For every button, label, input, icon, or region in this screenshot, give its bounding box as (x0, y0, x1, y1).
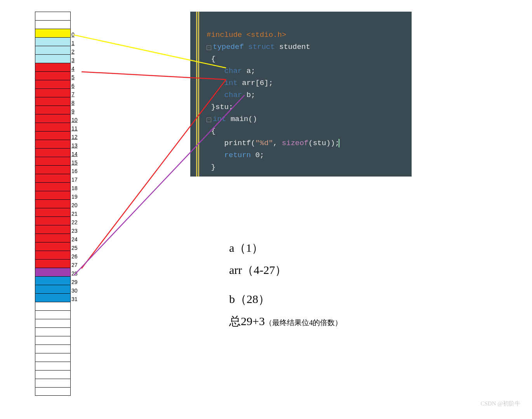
memory-cell (35, 97, 71, 106)
annot-b: b（28） (229, 288, 342, 310)
memory-cell (35, 353, 71, 362)
code-line: printf("%d", sizeof(stu)); (207, 137, 408, 149)
memory-row: 27 (35, 259, 78, 268)
memory-cell (35, 157, 71, 165)
memory-row: 14 (35, 148, 78, 157)
memory-row (35, 319, 78, 327)
memory-row (35, 327, 78, 336)
code-content: #include <stdio.h> -typedef struct stude… (207, 29, 408, 173)
byte-index: 23 (71, 228, 78, 234)
memory-row: 15 (35, 157, 78, 165)
code-line: { (207, 125, 408, 137)
memory-cell (35, 54, 71, 63)
byte-index: 15 (71, 159, 78, 166)
byte-index: 27 (71, 262, 78, 268)
memory-cell (35, 370, 71, 379)
memory-row: 7 (35, 88, 78, 97)
memory-cell (35, 302, 71, 310)
byte-index: 8 (71, 100, 75, 106)
memory-cell (35, 182, 71, 191)
fold-icon[interactable]: - (207, 45, 211, 50)
code-editor: #include <stdio.h> -typedef struct stude… (190, 12, 412, 177)
code-line: char b; (207, 89, 408, 101)
memory-cell (35, 199, 71, 208)
memory-cell (35, 336, 71, 345)
memory-row: 25 (35, 242, 78, 251)
memory-cell (35, 310, 71, 319)
memory-row (35, 302, 78, 310)
memory-row: 28 (35, 268, 78, 276)
memory-cell (35, 293, 71, 302)
memory-cell (35, 114, 71, 123)
memory-row: 8 (35, 97, 78, 106)
memory-cell (35, 225, 71, 234)
memory-row: 1 (35, 37, 78, 46)
memory-row: 22 (35, 216, 78, 225)
code-line: char a; (207, 65, 408, 77)
memory-row (35, 336, 78, 345)
memory-cell (35, 140, 71, 148)
memory-cell (35, 242, 71, 251)
memory-row: 29 (35, 276, 78, 285)
code-line: } (207, 161, 408, 173)
memory-row: 26 (35, 251, 78, 259)
memory-row: 0 (35, 29, 78, 37)
memory-row: 31 (35, 293, 78, 302)
memory-row (35, 379, 78, 387)
memory-row: 18 (35, 182, 78, 191)
memory-cell (35, 12, 71, 20)
memory-row: 11 (35, 123, 78, 131)
memory-row: 17 (35, 174, 78, 182)
byte-index: 25 (71, 245, 78, 251)
memory-cell (35, 285, 71, 293)
byte-index: 18 (71, 185, 78, 191)
memory-cell (35, 234, 71, 242)
memory-cell (35, 29, 71, 37)
memory-cell (35, 37, 71, 46)
memory-cell (35, 46, 71, 54)
memory-row (35, 310, 78, 319)
memory-cell (35, 88, 71, 97)
annot-a: a（1） (229, 237, 342, 259)
memory-row: 5 (35, 71, 78, 80)
memory-cell (35, 106, 71, 114)
code-line: }stu; (207, 101, 408, 113)
code-line: #include <stdio.h> (207, 29, 408, 41)
memory-row (35, 345, 78, 353)
memory-row: 23 (35, 225, 78, 234)
byte-index: 31 (71, 296, 78, 302)
byte-index: 13 (71, 142, 78, 149)
gutter-line (198, 12, 199, 177)
memory-row (35, 362, 78, 370)
byte-index: 26 (71, 253, 78, 260)
byte-index: 22 (71, 219, 78, 225)
memory-cell (35, 63, 71, 71)
memory-row: 6 (35, 80, 78, 88)
memory-row (35, 20, 78, 29)
memory-row: 21 (35, 208, 78, 216)
memory-cell (35, 174, 71, 182)
byte-index: 10 (71, 117, 78, 123)
memory-row (35, 387, 78, 396)
byte-index: 11 (71, 125, 78, 132)
annotations: a（1） arr（4-27） b（28） 总29+3（最终结果位4的倍数） (229, 237, 342, 332)
byte-index: 5 (71, 74, 75, 80)
memory-row: 9 (35, 106, 78, 114)
memory-row: 19 (35, 191, 78, 199)
memory-row: 12 (35, 131, 78, 140)
memory-cell (35, 251, 71, 259)
fold-icon[interactable]: - (207, 118, 211, 122)
memory-row: 16 (35, 165, 78, 174)
memory-cell (35, 276, 71, 285)
code-line: -typedef struct student (207, 41, 408, 53)
byte-index: 9 (71, 108, 75, 114)
memory-row (35, 12, 78, 20)
memory-cell (35, 148, 71, 157)
code-line: { (207, 53, 408, 65)
memory-cell (35, 387, 71, 396)
byte-index: 16 (71, 168, 78, 174)
memory-row (35, 370, 78, 379)
byte-index: 17 (71, 177, 78, 183)
memory-cell (35, 216, 71, 225)
annot-arr: arr（4-27） (229, 259, 342, 281)
